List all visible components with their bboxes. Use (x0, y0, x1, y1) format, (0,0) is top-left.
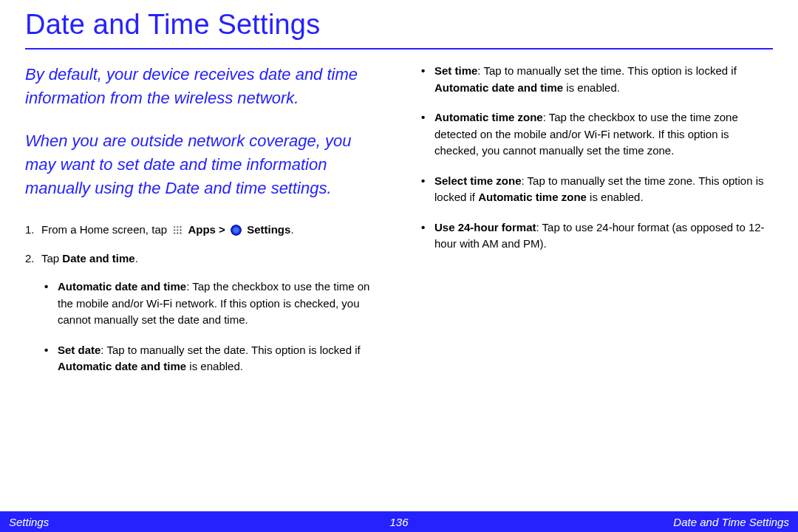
right-column: • Set time: Tap to manually set the time… (414, 63, 773, 389)
bullet-select-time-zone: • Select time zone: Tap to manually set … (421, 173, 773, 206)
bullet-text-pre: : Tap to manually set the date. This opt… (100, 344, 360, 356)
bullet-text-post: is enabled. (186, 360, 243, 372)
step1-suffix: . (290, 223, 293, 236)
bullet-label: Automatic date and time (58, 280, 186, 293)
bullet-dot-icon: • (421, 173, 434, 206)
bullet-set-date: • Set date: Tap to manually set the date… (44, 342, 384, 375)
step-2: 2. Tap Date and time. (25, 250, 384, 267)
step2-prefix: Tap (41, 252, 62, 265)
bullet-dot-icon: • (44, 342, 58, 375)
intro-paragraph-2: When you are outside network coverage, y… (25, 129, 384, 200)
page-footer: Settings 136 Date and Time Settings (0, 511, 798, 532)
bullet-dot-icon: • (421, 219, 434, 253)
step2-suffix: . (135, 252, 138, 265)
step1-gt: > (219, 223, 228, 236)
bullet-auto-time-zone: • Automatic time zone: Tap the checkbox … (421, 109, 773, 160)
bullet-body: Select time zone: Tap to manually set th… (434, 173, 773, 206)
intro-paragraph-1: By default, your device receives date an… (25, 63, 384, 110)
apps-grid-icon (172, 225, 183, 235)
step-number: 1. (25, 222, 41, 239)
bullet-text-post: is enabled. (563, 81, 620, 94)
bullet-auto-date-time: • Automatic date and time: Tap the check… (44, 279, 384, 329)
step-body: From a Home screen, tap Apps > Settings. (41, 222, 384, 239)
bullet-bold-mid: Automatic time zone (478, 191, 587, 203)
bullet-text-pre: : Tap to manually set the time. This opt… (477, 64, 736, 77)
bullet-dot-icon: • (421, 63, 434, 96)
left-column: By default, your device receives date an… (25, 63, 384, 389)
title-rule (25, 48, 773, 50)
step1-prefix: From a Home screen, tap (41, 223, 170, 236)
bullet-body: Automatic time zone: Tap the checkbox to… (434, 109, 773, 160)
right-sub-bullets: • Set time: Tap to manually set the time… (414, 63, 773, 253)
steps-list: 1. From a Home screen, tap Apps > Settin… (25, 222, 384, 375)
settings-gear-icon (231, 225, 242, 236)
content-columns: By default, your device receives date an… (25, 63, 773, 389)
footer-left: Settings (9, 516, 266, 528)
bullet-label: Set date (58, 344, 100, 356)
page-title: Date and Time Settings (25, 9, 773, 41)
bullet-body: Use 24-hour format: Tap to use 24-hour f… (434, 219, 773, 253)
bullet-dot-icon: • (44, 279, 58, 329)
footer-page-number: 136 (266, 516, 531, 528)
step-body: Tap Date and time. (41, 250, 384, 267)
bullet-body: Set time: Tap to manually set the time. … (434, 63, 773, 96)
bullet-body: Set date: Tap to manually set the date. … (58, 342, 384, 375)
bullet-bold-mid: Automatic date and time (434, 81, 563, 94)
bullet-label: Use 24-hour format (434, 221, 536, 233)
step1-settings-label: Settings (247, 223, 290, 236)
bullet-text-post: is enabled. (587, 191, 644, 203)
bullet-bold-mid: Automatic date and time (58, 360, 186, 372)
bullet-label: Select time zone (434, 174, 522, 187)
footer-right: Date and Time Settings (532, 516, 789, 528)
bullet-body: Automatic date and time: Tap the checkbo… (58, 279, 384, 329)
step2-bold: Date and time (62, 252, 134, 265)
bullet-label: Set time (434, 64, 477, 77)
bullet-dot-icon: • (421, 109, 434, 160)
step1-apps-label: Apps (188, 223, 216, 236)
bullet-label: Automatic time zone (434, 111, 543, 123)
step-1: 1. From a Home screen, tap Apps > Settin… (25, 222, 384, 239)
left-sub-bullets: • Automatic date and time: Tap the check… (25, 279, 384, 375)
bullet-set-time: • Set time: Tap to manually set the time… (421, 63, 773, 96)
page: Date and Time Settings By default, your … (0, 0, 798, 532)
bullet-24-hour-format: • Use 24-hour format: Tap to use 24-hour… (421, 219, 773, 253)
step-number: 2. (25, 250, 41, 267)
